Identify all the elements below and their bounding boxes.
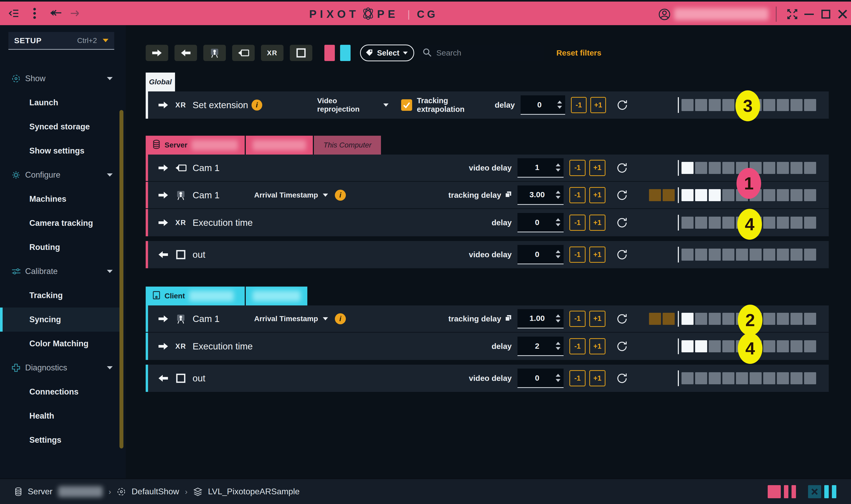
- sidebar-item-show-settings[interactable]: Show settings: [0, 139, 120, 163]
- minus-one-button[interactable]: -1: [569, 370, 585, 386]
- refresh-icon[interactable]: [615, 372, 629, 385]
- delay-input[interactable]: 1.00: [518, 309, 564, 328]
- fullscreen-button[interactable]: [784, 2, 801, 27]
- filter-arrow-left-button[interactable]: [175, 45, 197, 61]
- sidebar-item-diagnostics[interactable]: Diagnostics: [0, 356, 120, 380]
- sidebar-item-launch[interactable]: Launch: [0, 91, 120, 115]
- timestamp-mode-dropdown[interactable]: Arrival Timestamp: [254, 314, 328, 323]
- sidebar-item-show[interactable]: Show: [0, 67, 120, 91]
- sidebar-item-routing[interactable]: Routing: [0, 235, 120, 259]
- spinner-arrows-icon[interactable]: [557, 95, 562, 114]
- sidebar-item-color-matching[interactable]: Color Matching: [0, 331, 120, 356]
- forward-arrow-icon[interactable]: [71, 7, 82, 19]
- breadcrumb-show[interactable]: DefaultShow: [131, 487, 179, 497]
- spinner-arrows-icon[interactable]: [556, 245, 560, 264]
- sidebar-item-health[interactable]: Health: [0, 404, 120, 428]
- plus-one-button[interactable]: +1: [589, 160, 605, 176]
- plus-one-button[interactable]: +1: [590, 97, 606, 113]
- tab-client[interactable]: Client: [146, 287, 245, 305]
- refresh-icon[interactable]: [615, 216, 629, 229]
- delay-input[interactable]: 0: [521, 95, 565, 115]
- refresh-icon[interactable]: [616, 98, 629, 112]
- filter-output-button[interactable]: [290, 45, 312, 61]
- spinner-arrows-icon[interactable]: [556, 213, 560, 232]
- sidebar-item-camera-tracking[interactable]: Camera tracking: [0, 211, 120, 235]
- tab-server[interactable]: Server: [146, 136, 245, 155]
- minus-one-button[interactable]: -1: [569, 160, 585, 176]
- delay-input[interactable]: 1: [518, 158, 564, 178]
- tab-server-ip[interactable]: [246, 136, 313, 155]
- delay-input[interactable]: 0: [518, 245, 564, 264]
- plus-one-button[interactable]: +1: [589, 338, 605, 355]
- setup-mode-selector[interactable]: SETUP Ctrl+2: [8, 32, 114, 50]
- back-arrow-icon[interactable]: [50, 7, 61, 19]
- minimize-button[interactable]: [801, 2, 817, 27]
- sidebar-item-machines[interactable]: Machines: [0, 187, 120, 211]
- minus-one-button[interactable]: -1: [571, 97, 587, 113]
- reset-filters-link[interactable]: Reset filters: [556, 49, 601, 57]
- plus-one-button[interactable]: +1: [589, 215, 605, 231]
- info-icon[interactable]: i: [252, 100, 262, 110]
- sidebar-item-tracking[interactable]: Tracking: [0, 284, 120, 308]
- sidebar-item-synced-storage[interactable]: Synced storage: [0, 115, 120, 139]
- search-input[interactable]: [436, 48, 539, 58]
- minus-one-button[interactable]: -1: [569, 247, 585, 263]
- refresh-icon[interactable]: [615, 248, 629, 261]
- user-account-icon[interactable]: [658, 8, 670, 20]
- tracking-extrapolation-checkbox[interactable]: [401, 99, 412, 111]
- maximize-button[interactable]: [817, 2, 834, 27]
- kebab-menu-icon[interactable]: [29, 7, 40, 19]
- tab-this-computer[interactable]: This Computer: [314, 136, 381, 155]
- sidebar-item-settings[interactable]: Settings: [0, 428, 120, 452]
- sidebar-item-syncing[interactable]: Syncing: [0, 308, 120, 331]
- refresh-icon[interactable]: [615, 340, 629, 353]
- filter-xr-button[interactable]: XR: [261, 45, 284, 61]
- spinner-arrows-icon[interactable]: [556, 185, 560, 204]
- minus-one-button[interactable]: -1: [569, 215, 585, 231]
- spinner-arrows-icon[interactable]: [556, 158, 560, 177]
- info-icon[interactable]: i: [335, 313, 346, 324]
- plus-one-button[interactable]: +1: [589, 247, 605, 263]
- tab-global[interactable]: Global: [146, 73, 175, 91]
- sidebar-item-connections[interactable]: Connections: [0, 380, 120, 404]
- reprojection-dropdown[interactable]: Video reprojection: [317, 97, 388, 113]
- sidebar-item-calibrate[interactable]: Calibrate: [0, 259, 120, 284]
- timestamp-mode-dropdown[interactable]: Arrival Timestamp: [254, 191, 328, 199]
- filter-tracking-camera-button[interactable]: [203, 45, 226, 61]
- breadcrumb-level[interactable]: LVL_PixotopeARSample: [208, 487, 300, 497]
- filter-video-camera-button[interactable]: [232, 45, 255, 61]
- delay-input[interactable]: 0: [518, 368, 564, 388]
- copy-icon[interactable]: [505, 191, 512, 200]
- tag-select-dropdown[interactable]: Select: [360, 44, 414, 61]
- delay-input[interactable]: 3.00: [518, 185, 564, 205]
- info-icon[interactable]: i: [335, 190, 346, 201]
- client-status-square[interactable]: [808, 485, 821, 498]
- refresh-icon[interactable]: [615, 312, 629, 325]
- copy-icon[interactable]: [505, 314, 512, 323]
- refresh-icon[interactable]: [615, 188, 629, 202]
- tab-client-ip[interactable]: [246, 287, 307, 305]
- refresh-icon[interactable]: [615, 161, 629, 175]
- sidebar-scrollbar[interactable]: [120, 110, 123, 448]
- search-field[interactable]: [418, 44, 544, 61]
- plus-one-button[interactable]: +1: [589, 187, 605, 203]
- row-title: Execution time: [193, 341, 271, 352]
- close-button[interactable]: [834, 2, 851, 27]
- server-color-swatch[interactable]: [324, 45, 335, 61]
- plus-one-button[interactable]: +1: [589, 311, 605, 327]
- collapse-sidebar-icon[interactable]: [8, 7, 19, 19]
- spinner-arrows-icon[interactable]: [556, 368, 560, 387]
- spinner-arrows-icon[interactable]: [556, 309, 560, 328]
- filter-arrow-right-button[interactable]: [146, 45, 168, 61]
- spinner-arrows-icon[interactable]: [556, 337, 560, 355]
- delay-input[interactable]: 0: [518, 213, 564, 232]
- server-status-square[interactable]: [768, 485, 781, 498]
- minus-one-button[interactable]: -1: [569, 311, 585, 327]
- client-color-swatch[interactable]: [340, 45, 350, 61]
- breadcrumb-server[interactable]: Server: [28, 487, 52, 497]
- minus-one-button[interactable]: -1: [569, 187, 585, 203]
- plus-one-button[interactable]: +1: [589, 370, 605, 386]
- minus-one-button[interactable]: -1: [569, 338, 585, 355]
- delay-input[interactable]: 2: [518, 337, 564, 356]
- sidebar-item-configure[interactable]: Configure: [0, 163, 120, 187]
